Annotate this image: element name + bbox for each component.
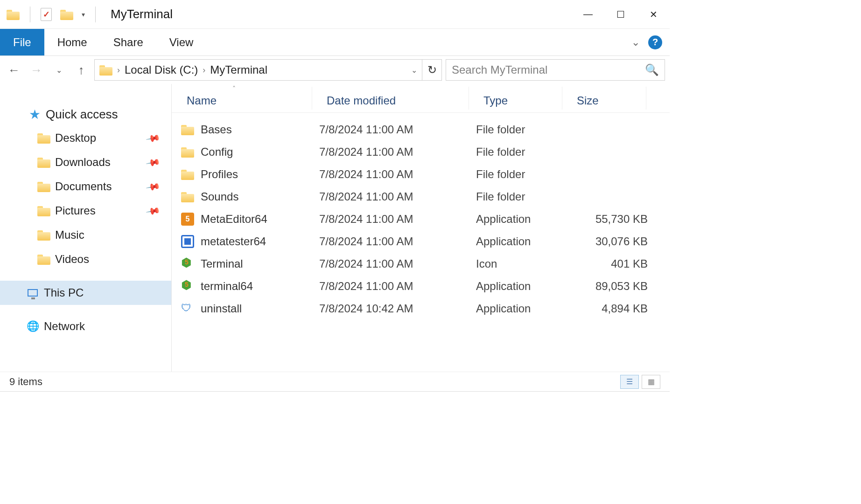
pin-icon: 📌 [145, 130, 161, 146]
ribbon: File Home Share View ⌄ ? [0, 29, 670, 56]
file-name: MetaEditor64 [201, 213, 267, 226]
qat-properties-icon[interactable] [41, 8, 52, 21]
file-date: 7/8/2024 11:00 AM [319, 235, 476, 248]
nav-videos[interactable]: Videos [0, 247, 171, 271]
file-date: 7/8/2024 11:00 AM [319, 257, 476, 270]
pin-icon: 📌 [145, 203, 161, 219]
nav-pictures[interactable]: Pictures 📌 [0, 199, 171, 223]
nav-quick-access[interactable]: ★ Quick access [0, 103, 171, 126]
folder-icon [181, 191, 194, 202]
ribbon-tab-share[interactable]: Share [100, 29, 156, 55]
file-row[interactable]: Terminal7/8/2024 11:00 AMIcon401 KB [179, 253, 670, 275]
file-date: 7/8/2024 11:00 AM [319, 123, 476, 136]
addressbar-dropdown-icon[interactable]: ⌄ [411, 66, 417, 75]
file-size: 89,053 KB [569, 280, 653, 293]
col-size[interactable]: Size [569, 94, 653, 107]
col-type[interactable]: Type [476, 94, 569, 107]
file-name: Terminal [201, 257, 243, 270]
nav-forward-button[interactable]: → [27, 61, 46, 79]
ribbon-tab-home[interactable]: Home [44, 29, 100, 55]
file-row[interactable]: 5MetaEditor647/8/2024 11:00 AMApplicatio… [179, 208, 670, 230]
terminal-icon [181, 280, 194, 293]
breadcrumb-sep-icon: › [117, 65, 120, 75]
file-size: 401 KB [569, 257, 653, 270]
status-item-count: 9 items [9, 376, 42, 388]
ribbon-tab-view[interactable]: View [156, 29, 207, 55]
file-name: terminal64 [201, 280, 253, 293]
ribbon-tab-file[interactable]: File [0, 29, 44, 55]
body: ★ Quick access Desktop 📌 Downloads 📌 Doc… [0, 84, 670, 372]
qat-newfolder-icon[interactable] [60, 9, 73, 20]
file-row[interactable]: Profiles7/8/2024 11:00 AMFile folder [179, 163, 670, 186]
nav-desktop[interactable]: Desktop 📌 [0, 126, 171, 150]
folder-icon [181, 145, 194, 159]
close-button[interactable]: ✕ [637, 0, 670, 28]
file-row[interactable]: Sounds7/8/2024 11:00 AMFile folder [179, 186, 670, 208]
search-input[interactable] [452, 63, 645, 76]
view-details-button[interactable]: ☰ [620, 375, 639, 389]
folder-icon [181, 124, 194, 135]
file-size: 4,894 KB [569, 302, 653, 315]
file-name: Profiles [201, 168, 238, 181]
maximize-button[interactable]: ☐ [604, 0, 637, 28]
breadcrumb-current[interactable]: MyTerminal [210, 63, 267, 76]
window-folder-icon [7, 9, 20, 20]
address-bar[interactable]: › Local Disk (C:) › MyTerminal ⌄ [94, 59, 422, 81]
file-size: 55,730 KB [569, 213, 653, 226]
nav-downloads[interactable]: Downloads 📌 [0, 150, 171, 174]
divider [95, 7, 96, 22]
navigation-row: ← → ⌄ ↑ › Local Disk (C:) › MyTerminal ⌄… [0, 56, 670, 84]
file-date: 7/8/2024 11:00 AM [319, 280, 476, 293]
search-icon: 🔍 [645, 63, 659, 76]
file-area: ˄ Name Date modified Type Size Bases7/8/… [172, 84, 670, 372]
help-icon[interactable]: ? [648, 35, 662, 49]
nav-label: Pictures [55, 204, 96, 217]
nav-label: Downloads [55, 156, 111, 169]
folder-icon [37, 254, 50, 265]
file-row[interactable]: uninstall7/8/2024 10:42 AMApplication4,8… [179, 297, 670, 320]
file-name: Bases [201, 123, 232, 136]
nav-up-button[interactable]: ↑ [72, 61, 91, 79]
nav-label: Documents [55, 180, 112, 193]
col-date[interactable]: Date modified [319, 94, 476, 107]
file-row[interactable]: metatester647/8/2024 11:00 AMApplication… [179, 230, 670, 253]
file-type: File folder [476, 168, 569, 181]
nav-back-button[interactable]: ← [5, 61, 23, 79]
col-name[interactable]: Name [179, 94, 319, 107]
folder-icon [37, 205, 50, 216]
file-row[interactable]: Bases7/8/2024 11:00 AMFile folder [179, 118, 670, 141]
window-title: MyTerminal [111, 7, 173, 21]
file-type: Application [476, 213, 569, 226]
nav-music[interactable]: Music [0, 223, 171, 247]
ribbon-expand-icon[interactable]: ⌄ [631, 36, 640, 48]
explorer-window: ▾ MyTerminal — ☐ ✕ File Home Share View … [0, 0, 670, 392]
minimize-button[interactable]: — [572, 0, 604, 28]
file-row[interactable]: terminal647/8/2024 11:00 AMApplication89… [179, 275, 670, 297]
nav-network[interactable]: 🌐 Network [0, 314, 171, 338]
metaeditor-icon: 5 [181, 213, 194, 226]
star-icon: ★ [28, 107, 41, 122]
monitor-icon [28, 289, 38, 297]
search-box[interactable]: 🔍 [446, 59, 665, 81]
divider [30, 7, 30, 22]
folder-icon [181, 190, 194, 203]
file-type: Application [476, 280, 569, 293]
network-icon: 🌐 [26, 320, 39, 332]
file-date: 7/8/2024 11:00 AM [319, 145, 476, 159]
view-large-icons-button[interactable]: ▦ [642, 375, 660, 389]
file-type: File folder [476, 123, 569, 136]
file-type: Icon [476, 257, 569, 270]
qat-customize-icon[interactable]: ▾ [82, 11, 85, 18]
file-row[interactable]: Config7/8/2024 11:00 AMFile folder [179, 141, 670, 163]
nav-documents[interactable]: Documents 📌 [0, 174, 171, 199]
folder-icon [181, 123, 194, 136]
file-type: Application [476, 302, 569, 315]
status-bar: 9 items ☰ ▦ [0, 372, 670, 391]
nav-this-pc[interactable]: This PC [0, 281, 171, 305]
pin-icon: 📌 [145, 154, 161, 170]
folder-icon [181, 168, 194, 181]
nav-recent-dropdown[interactable]: ⌄ [49, 61, 68, 79]
breadcrumb-local-disk[interactable]: Local Disk (C:) [125, 63, 198, 76]
refresh-button[interactable]: ↻ [422, 59, 442, 81]
nav-label: Network [44, 320, 85, 333]
